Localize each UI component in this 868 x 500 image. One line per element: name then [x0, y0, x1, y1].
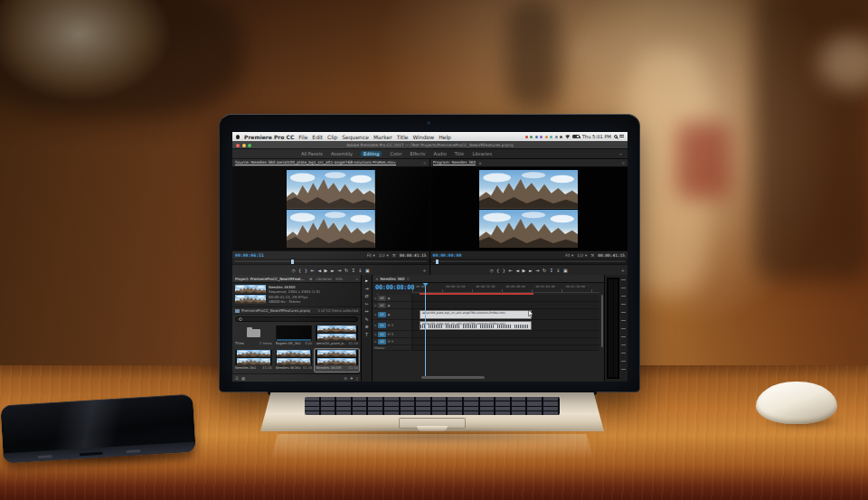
go-to-in-button[interactable]: ⇤: [310, 268, 314, 273]
type-tool[interactable]: T: [365, 332, 368, 337]
Assembly[interactable]: Assembly: [331, 151, 353, 156]
track-select-forward-tool[interactable]: ⇥: [364, 286, 368, 291]
track-lane[interactable]: [412, 295, 599, 302]
timeline-horizontal-scrollbar[interactable]: [421, 376, 485, 379]
new-item-icon[interactable]: ✚: [350, 376, 354, 381]
menu-extra-icon-orange[interactable]: [545, 136, 548, 138]
All Panels[interactable]: All Panels: [301, 151, 323, 156]
track-lane[interactable]: aerial100_plate_bg1_src_alt1-angel768-so…: [412, 320, 599, 331]
step-back-button[interactable]: ◄: [515, 268, 519, 273]
source-monitor-tab[interactable]: Source: Needles 360 aerial100_plate_bg1_…: [235, 160, 396, 166]
export-frame-button[interactable]: ▣: [365, 268, 370, 273]
button-editor-icon[interactable]: +: [621, 268, 625, 273]
project-item[interactable]: Needles 4K360 41:16: [275, 349, 314, 372]
apple-menu-icon[interactable]: [236, 135, 240, 139]
project-item[interactable]: Titles 2 Items: [234, 325, 273, 347]
Editing[interactable]: Editing: [361, 151, 382, 156]
panel-menu-icon[interactable]: ≡: [423, 161, 427, 165]
project-item[interactable]: Rogers VR_360 5:00: [275, 325, 314, 347]
source-monitor-viewport[interactable]: [232, 167, 429, 250]
track-solo-button[interactable]: S: [392, 324, 393, 327]
play-button[interactable]: ▶: [523, 268, 526, 273]
Help[interactable]: Help: [439, 134, 451, 140]
razor-tool[interactable]: ✂: [364, 301, 368, 307]
minimize-window-button[interactable]: [242, 144, 246, 147]
timeline-tab[interactable]: Needles 360: [381, 277, 405, 281]
track-visibility-icon[interactable]: ◉: [387, 313, 390, 316]
track-target-button[interactable]: Master: [374, 345, 385, 351]
close-tab-icon[interactable]: ×: [478, 161, 482, 165]
track-lock-icon[interactable]: ▫: [374, 324, 376, 327]
add-marker-button[interactable]: ◇: [490, 268, 494, 273]
close-tab-icon[interactable]: ×: [375, 277, 379, 281]
project-file-row[interactable]: PremiereProCC_NewVRFeatures.prproj 1 of …: [232, 307, 361, 315]
menu-extra-icon-purple[interactable]: [540, 136, 542, 138]
timeline-clip[interactable]: aerial100_plate_bg1_src_alt1-angel768-so…: [420, 310, 532, 319]
track-mute-button[interactable]: M: [387, 333, 390, 336]
loop-button[interactable]: ↻: [542, 268, 546, 273]
timeline-ruler[interactable]: 00:0000:00:16:0000:00:32:0000:00:48:0000…: [412, 283, 599, 293]
overwrite-button[interactable]: ⇓: [358, 268, 362, 273]
track-lock-icon[interactable]: ▫: [374, 333, 376, 336]
go-to-out-button[interactable]: ⇥: [337, 268, 341, 273]
track-lock-icon[interactable]: ▫: [374, 297, 376, 300]
track-target-button[interactable]: V3: [378, 296, 386, 301]
track-mute-button[interactable]: M: [387, 324, 390, 327]
track-lock-icon[interactable]: ▫: [374, 304, 376, 307]
menu-extra-icon-gray[interactable]: [555, 136, 558, 138]
workspace-overflow-icon[interactable]: »: [619, 151, 622, 156]
mark-in-button[interactable]: {: [496, 268, 499, 273]
pen-tool[interactable]: ✎: [364, 316, 368, 322]
step-back-button[interactable]: ◄: [317, 268, 321, 273]
playback-resolution-select[interactable]: 1/2 ▾: [379, 253, 389, 258]
menu-extra-icon-red[interactable]: [525, 136, 528, 138]
selection-tool[interactable]: ▸: [365, 278, 368, 283]
mark-out-button[interactable]: }: [503, 268, 505, 273]
Audio[interactable]: Audio: [433, 151, 446, 156]
mark-in-button[interactable]: {: [298, 268, 301, 273]
track-lock-icon[interactable]: ▫: [374, 340, 376, 344]
track-target-button[interactable]: A1: [378, 323, 386, 328]
Window[interactable]: Window: [413, 134, 435, 140]
Sequence[interactable]: Sequence: [342, 134, 369, 140]
hand-tool[interactable]: ⊕: [364, 324, 368, 329]
app-menu[interactable]: Premiere Pro CC: [244, 134, 294, 140]
project-item[interactable]: Needles 360 41:16: [234, 349, 273, 372]
insert-button[interactable]: ↧: [550, 268, 553, 273]
step-forward-button[interactable]: ►: [331, 268, 335, 273]
list-view-icon[interactable]: ☰: [235, 376, 239, 381]
settings-wrench-icon[interactable]: ⚒: [392, 253, 396, 258]
File[interactable]: File: [298, 134, 307, 140]
track-lane[interactable]: [412, 331, 599, 338]
program-scrubber-playhead[interactable]: [436, 259, 439, 264]
track-solo-button[interactable]: S: [392, 333, 393, 336]
notification-center-icon[interactable]: [619, 135, 624, 138]
search-input[interactable]: [235, 316, 358, 322]
insert-button[interactable]: ↧: [352, 268, 355, 273]
mark-out-button[interactable]: }: [305, 268, 307, 273]
export-frame-button[interactable]: ▣: [563, 268, 568, 273]
project-item[interactable]: Needles 360VR 41:16: [315, 349, 359, 372]
track-visibility-icon[interactable]: ◉: [387, 304, 390, 307]
timeline-clip[interactable]: aerial100_plate_bg1_src_alt1-angel768-so…: [420, 321, 532, 330]
settings-wrench-icon[interactable]: ⚒: [590, 253, 594, 258]
track-mute-button[interactable]: M: [387, 340, 390, 344]
Edit[interactable]: Edit: [312, 134, 323, 140]
track-lane[interactable]: aerial100_plate_bg1_src_alt1-angel768-so…: [412, 309, 599, 320]
program-monitor-tab[interactable]: Program: Needles 360: [433, 160, 476, 166]
loop-button[interactable]: ↻: [344, 268, 348, 273]
Marker[interactable]: Marker: [373, 134, 392, 140]
Title[interactable]: Title: [397, 134, 409, 140]
timeline-timecode[interactable]: 00:00:08:00: [375, 284, 414, 291]
icon-view-icon[interactable]: ▦: [241, 376, 245, 381]
add-marker-button[interactable]: ◇: [292, 268, 296, 273]
Clip[interactable]: Clip: [327, 134, 337, 140]
program-scrubber-track[interactable]: [432, 260, 627, 262]
info-tab[interactable]: Info: [335, 277, 343, 281]
project-tab[interactable]: Project: PremiereProCC_NewVRFeatures: [235, 277, 306, 281]
Libraries[interactable]: Libraries: [472, 151, 492, 156]
Color[interactable]: Color: [390, 151, 401, 156]
source-scrubber-track[interactable]: [234, 260, 428, 262]
timeline-playhead-line[interactable]: [425, 283, 426, 378]
panel-menu-icon[interactable]: ≡: [309, 277, 312, 281]
